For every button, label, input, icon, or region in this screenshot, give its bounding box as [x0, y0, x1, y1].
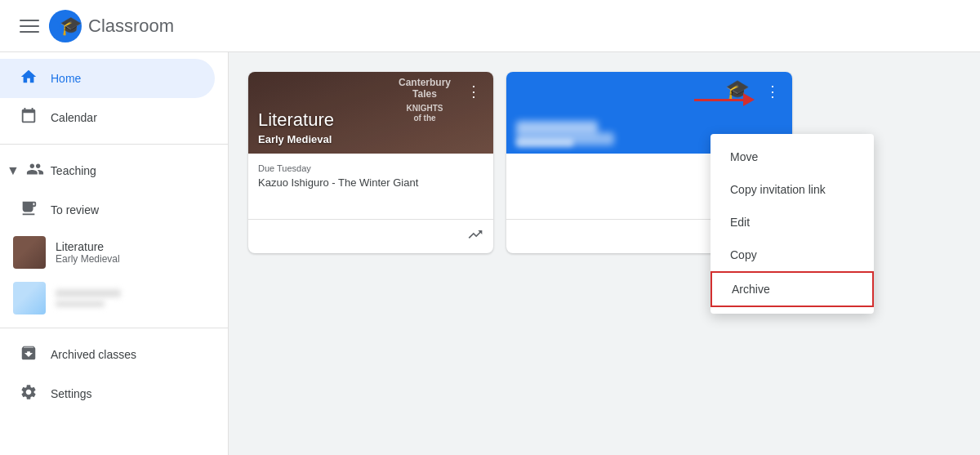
home-icon — [20, 68, 38, 90]
sidebar-archived-label: Archived classes — [51, 348, 136, 361]
sidebar-item-to-review[interactable]: To review — [0, 190, 215, 230]
context-menu-archive[interactable]: Archive — [710, 271, 874, 307]
topbar: 🎓 Classroom — [0, 0, 980, 52]
bg-text-line3: KNIGHTS — [399, 104, 451, 114]
card-footer-literature — [248, 219, 493, 253]
context-menu-move-label: Move — [730, 150, 758, 163]
context-menu-copy[interactable]: Copy — [710, 239, 874, 271]
bg-text-line2: Tales — [399, 88, 451, 100]
sidebar-class-info-blue — [56, 289, 121, 307]
context-menu-edit-label: Edit — [730, 216, 750, 229]
bg-text-line4: of the — [399, 114, 451, 123]
blurred-sub — [56, 301, 105, 307]
blurred-text-1 — [516, 163, 729, 173]
sidebar-class-info-lit: Literature Early Medieval — [56, 240, 120, 265]
svg-point-3 — [49, 20, 60, 31]
blurred-text-2 — [516, 178, 676, 188]
card-assignment: Kazuo Ishiguro - The Winter Giant — [258, 176, 483, 189]
context-menu: Move Copy invitation link Edit Copy Arch… — [710, 134, 874, 314]
blurred-card-subtitle — [516, 139, 573, 147]
sidebar-to-review-label: To review — [51, 203, 99, 216]
card-title: Literature — [258, 109, 334, 131]
calendar-icon — [20, 107, 38, 129]
stats-icon[interactable] — [467, 226, 483, 247]
class-card-literature: Canterbury Tales KNIGHTS of the Literatu… — [248, 72, 493, 253]
card-subtitle: Early Medieval — [258, 133, 332, 145]
context-menu-move[interactable]: Move — [710, 141, 874, 173]
sidebar-calendar-label: Calendar — [51, 111, 97, 124]
card-header-literature[interactable]: Canterbury Tales KNIGHTS of the Literatu… — [248, 72, 493, 154]
sidebar-home-label: Home — [51, 72, 81, 85]
sidebar-class-name-lit: Literature — [56, 240, 120, 253]
three-dots-icon-blue: ⋮ — [765, 83, 780, 100]
sidebar-item-archived[interactable]: Archived classes — [0, 335, 228, 374]
context-menu-copy-label: Copy — [730, 248, 757, 261]
sidebar-class-literature[interactable]: Literature Early Medieval — [0, 230, 228, 275]
sidebar: Home Calendar ▼ Teaching To review — [0, 52, 229, 455]
sidebar-teaching-section[interactable]: ▼ Teaching — [0, 151, 228, 190]
context-menu-copy-link-label: Copy invitation link — [730, 183, 826, 196]
card-bg-text: Canterbury Tales KNIGHTS of the — [399, 77, 451, 123]
sidebar-class-sub-lit: Early Medieval — [56, 253, 120, 265]
main-layout: Home Calendar ▼ Teaching To review — [0, 52, 980, 455]
sidebar-teaching-label: Teaching — [51, 164, 96, 177]
sidebar-class-thumb-lit — [13, 236, 46, 269]
sidebar-item-settings[interactable]: Settings — [0, 374, 215, 413]
review-icon — [20, 199, 38, 221]
red-arrow-head — [743, 93, 755, 106]
sidebar-item-calendar[interactable]: Calendar — [0, 98, 215, 137]
card-body-literature: Due Tuesday Kazuo Ishiguro - The Winter … — [248, 154, 493, 219]
blurred-card-title — [516, 121, 598, 134]
app-title: Classroom — [88, 16, 174, 37]
sidebar-class-thumb-blue — [13, 282, 46, 314]
context-menu-edit[interactable]: Edit — [710, 206, 874, 239]
sidebar-divider-2 — [0, 328, 228, 328]
red-arrow-line — [694, 99, 743, 101]
topbar-logo: 🎓 Classroom — [49, 10, 174, 42]
sidebar-item-home[interactable]: Home — [0, 59, 215, 98]
svg-rect-2 — [20, 31, 39, 33]
settings-icon — [20, 383, 38, 405]
svg-rect-1 — [20, 25, 39, 27]
bg-text-line1: Canterbury — [399, 77, 451, 88]
svg-rect-0 — [20, 20, 39, 21]
sidebar-class-blurred[interactable] — [0, 275, 228, 321]
blurred-name — [56, 289, 121, 297]
menu-icon[interactable] — [13, 10, 46, 42]
main-content: Canterbury Tales KNIGHTS of the Literatu… — [229, 52, 980, 455]
context-menu-archive-label: Archive — [732, 283, 770, 296]
archive-icon — [20, 344, 38, 366]
sidebar-settings-label: Settings — [51, 387, 92, 400]
red-arrow — [694, 93, 755, 106]
card-due-label: Due Tuesday — [258, 163, 483, 173]
card-menu-button[interactable]: ⋮ — [461, 78, 487, 105]
three-dots-icon: ⋮ — [466, 83, 481, 100]
logo-icon: 🎓 — [49, 10, 82, 42]
teaching-icon — [26, 160, 44, 182]
chevron-icon: ▼ — [7, 163, 20, 178]
sidebar-divider-1 — [0, 144, 228, 145]
context-menu-copy-link[interactable]: Copy invitation link — [710, 173, 874, 206]
card-menu-button-blue[interactable]: ⋮ — [760, 78, 786, 105]
